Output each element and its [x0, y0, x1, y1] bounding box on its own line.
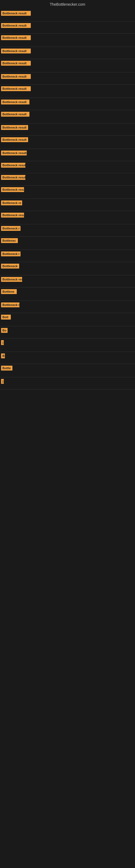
bottleneck-bar: Bottleneck [1, 264, 19, 269]
bottleneck-bar: Bottleneck result [1, 112, 30, 117]
bottleneck-bar: Bottleneck r [1, 303, 19, 307]
row-divider [0, 46, 135, 47]
bottleneck-bar: Bottleneck result [1, 137, 28, 142]
bottleneck-bar: Bottlenec [1, 238, 18, 243]
bottleneck-bar: Bottleneck result [1, 49, 31, 54]
bottleneck-bar: Bottleneck r [1, 226, 20, 231]
row-divider [0, 84, 135, 85]
bottleneck-bar: Bottleneck result [1, 213, 24, 218]
bottleneck-bar: Bottleneck result [1, 151, 27, 155]
bottleneck-bar: Bottleneck result [1, 11, 31, 16]
row-divider [0, 149, 135, 149]
row-divider [0, 389, 135, 390]
row-divider [0, 224, 135, 224]
bottleneck-bar: Bottleneck result [1, 175, 26, 180]
row-divider [0, 198, 135, 199]
bottleneck-bar: Bottleneck re [1, 200, 22, 205]
row-divider [0, 377, 135, 377]
bottleneck-bar: Bottleneck result [1, 99, 30, 104]
bottleneck-bar: Bottleneck result [1, 35, 31, 40]
row-divider [0, 301, 135, 301]
row-divider [0, 211, 135, 211]
bottleneck-bar: Bottleneck result [1, 61, 31, 66]
bottleneck-bar: Bottleneck result [1, 23, 31, 28]
bottleneck-bar: | [1, 340, 4, 345]
row-divider [0, 98, 135, 98]
bottleneck-bar: Bottleneck result [1, 163, 26, 167]
row-divider [0, 338, 135, 339]
row-divider [0, 236, 135, 237]
row-divider [0, 262, 135, 262]
bottleneck-bar: Bottleneck result [1, 86, 31, 91]
bottleneck-bar: | [1, 379, 4, 384]
row-divider [0, 287, 135, 287]
bottleneck-bar: Bottleneck result [1, 74, 31, 79]
row-divider [0, 161, 135, 161]
row-divider [0, 21, 135, 22]
site-title: TheBottlenecker.com [0, 0, 135, 10]
bottleneck-bar: Bottle [1, 366, 12, 371]
bottleneck-bar: Bottleneck result [1, 125, 28, 130]
row-divider [0, 110, 135, 110]
bottleneck-bar: Bottleneck result [1, 187, 24, 192]
bottleneck-bar: Bottleneck res [1, 277, 22, 282]
row-divider [0, 351, 135, 352]
row-divider [0, 185, 135, 186]
bottleneck-bar: Bottleneck r [1, 251, 20, 256]
row-divider [0, 313, 135, 313]
bottleneck-bar: Bott [1, 315, 11, 319]
bottleneck-bar: Bottlene [1, 289, 17, 294]
bottleneck-bar: Bo [1, 328, 8, 333]
row-divider [0, 275, 135, 275]
bottleneck-bar: B [1, 353, 5, 358]
row-divider [0, 72, 135, 72]
row-divider [0, 33, 135, 34]
row-divider [0, 123, 135, 123]
